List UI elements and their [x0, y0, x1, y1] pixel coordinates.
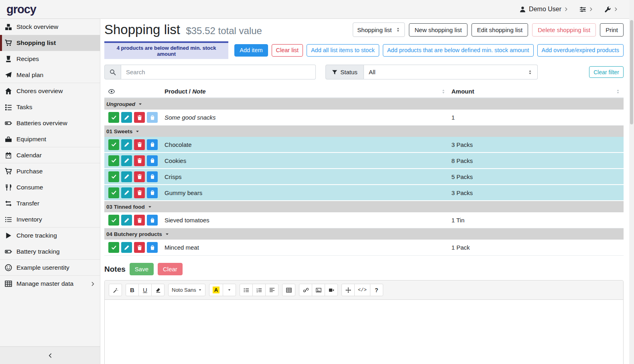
- sidebar-collapse-button[interactable]: [0, 346, 100, 364]
- status-filter-button[interactable]: Status: [325, 65, 364, 79]
- edit-item-button[interactable]: [121, 215, 132, 226]
- add-to-stock-button[interactable]: [147, 187, 158, 198]
- sidebar-item-recipes[interactable]: Recipes: [0, 51, 100, 67]
- clear-notes-button[interactable]: Clear: [158, 263, 183, 275]
- add-all-to-stock-button[interactable]: Add all list items to stock: [307, 44, 379, 57]
- sidebar-item-meal-plan[interactable]: Meal plan: [0, 67, 100, 83]
- delete-shopping-list-button[interactable]: Delete shopping list: [532, 23, 596, 37]
- add-overdue-button[interactable]: Add overdue/expired products: [537, 44, 624, 57]
- sidebar-item-battery-tracking[interactable]: Battery tracking: [0, 244, 100, 260]
- group-header-row[interactable]: 04 Butchery products: [104, 228, 624, 240]
- search-input[interactable]: [121, 65, 316, 79]
- clear-filter-button[interactable]: Clear filter: [589, 66, 624, 78]
- print-button[interactable]: Print: [600, 23, 624, 37]
- sidebar-item-chores-overview[interactable]: Chores overview: [0, 83, 100, 99]
- unordered-list-button[interactable]: [240, 284, 253, 296]
- fullscreen-button[interactable]: [341, 284, 355, 296]
- mark-done-button[interactable]: [108, 242, 119, 253]
- add-to-stock-button[interactable]: [147, 155, 158, 166]
- delete-item-button[interactable]: [134, 187, 145, 198]
- ordered-list-button[interactable]: [252, 284, 266, 296]
- bold-button[interactable]: B: [126, 284, 139, 296]
- edit-item-button[interactable]: [121, 112, 132, 123]
- sidebar-item-consume[interactable]: Consume: [0, 179, 100, 195]
- chevron-left-icon: [48, 353, 53, 358]
- delete-item-button[interactable]: [134, 215, 145, 226]
- sidebar-item-calendar[interactable]: Calendar: [0, 147, 100, 163]
- highlight-color-dropdown[interactable]: [223, 284, 236, 296]
- scrollbar-thumb[interactable]: [630, 20, 633, 124]
- min-stock-alert[interactable]: 4 products are below defined min. stock …: [104, 41, 228, 59]
- help-button[interactable]: ?: [370, 284, 383, 296]
- topbar-menus: Demo User: [519, 6, 618, 13]
- edit-item-button[interactable]: [121, 187, 132, 198]
- delete-item-button[interactable]: [134, 112, 145, 123]
- add-to-stock-button[interactable]: [147, 215, 158, 226]
- save-notes-button[interactable]: Save: [130, 263, 154, 275]
- shopping-list-select[interactable]: Shopping list: [353, 22, 405, 37]
- add-to-stock-button[interactable]: [147, 171, 158, 182]
- visibility-column-header[interactable]: [104, 88, 165, 95]
- insert-video-button[interactable]: [325, 284, 338, 296]
- magic-style-button[interactable]: [109, 284, 122, 296]
- scrollbar[interactable]: [629, 0, 634, 364]
- sidebar-item-batteries-overview[interactable]: Batteries overview: [0, 115, 100, 131]
- clear-formatting-button[interactable]: [151, 284, 165, 296]
- paragraph-align-button[interactable]: [265, 284, 278, 296]
- group-header-row[interactable]: 03 Tinned food: [104, 201, 624, 212]
- sidebar-item-tasks[interactable]: Tasks: [0, 99, 100, 115]
- edit-item-button[interactable]: [121, 171, 132, 182]
- mark-done-button[interactable]: [108, 171, 119, 182]
- status-filter-select[interactable]: All: [364, 65, 538, 79]
- admin-menu[interactable]: [604, 6, 618, 13]
- delete-item-button[interactable]: [134, 139, 145, 150]
- add-to-stock-button[interactable]: [147, 112, 158, 123]
- amount-column-header[interactable]: Amount: [451, 88, 624, 95]
- add-to-stock-button[interactable]: [147, 242, 158, 253]
- settings-menu[interactable]: [579, 6, 593, 13]
- sidebar-item-equipment[interactable]: Equipment: [0, 131, 100, 147]
- sidebar-item-chore-tracking[interactable]: Chore tracking: [0, 228, 100, 244]
- highlight-color-button[interactable]: A: [209, 284, 223, 296]
- product-column-header[interactable]: Product / Note: [165, 88, 451, 95]
- new-shopping-list-button[interactable]: New shopping list: [409, 23, 467, 37]
- magic-icon: [113, 287, 118, 293]
- add-to-stock-button[interactable]: [147, 139, 158, 150]
- font-family-select[interactable]: Noto Sans: [168, 284, 205, 296]
- insert-picture-button[interactable]: [312, 284, 325, 296]
- edit-shopping-list-button[interactable]: Edit shopping list: [471, 23, 528, 37]
- underline-button[interactable]: U: [138, 284, 152, 296]
- sidebar-item-manage-master-data[interactable]: Manage master data: [0, 276, 100, 292]
- sidebar-item-transfer[interactable]: Transfer: [0, 195, 100, 211]
- delete-item-button[interactable]: [134, 155, 145, 166]
- mark-done-button[interactable]: [108, 155, 119, 166]
- mark-done-button[interactable]: [108, 112, 119, 123]
- row-actions: [104, 139, 165, 150]
- notes-editor-area[interactable]: [105, 300, 623, 364]
- edit-item-button[interactable]: [121, 242, 132, 253]
- add-item-button[interactable]: Add item: [234, 44, 268, 57]
- insert-table-button[interactable]: [282, 284, 295, 296]
- sidebar-item-example-userentity[interactable]: Example userentity: [0, 260, 100, 276]
- sidebar-item-purchase[interactable]: Purchase: [0, 163, 100, 179]
- video-icon: [329, 287, 334, 293]
- table-row: Some good snacks 1: [104, 110, 624, 126]
- group-header-row[interactable]: Ungrouped: [104, 98, 624, 110]
- code-view-button[interactable]: </>: [354, 284, 370, 296]
- mark-done-button[interactable]: [108, 215, 119, 226]
- delete-item-button[interactable]: [134, 171, 145, 182]
- row-actions: [104, 242, 165, 253]
- sidebar-item-stock-overview[interactable]: Stock overview: [0, 19, 100, 35]
- clear-list-button[interactable]: Clear list: [272, 44, 303, 57]
- mark-done-button[interactable]: [108, 187, 119, 198]
- group-header-row[interactable]: 01 Sweets: [104, 126, 624, 137]
- insert-link-button[interactable]: [299, 284, 312, 296]
- add-below-min-button[interactable]: Add products that are below defined min.…: [383, 44, 534, 57]
- sidebar-item-inventory[interactable]: Inventory: [0, 211, 100, 228]
- edit-item-button[interactable]: [121, 155, 132, 166]
- delete-item-button[interactable]: [134, 242, 145, 253]
- sidebar-item-shopping-list[interactable]: Shopping list: [0, 35, 100, 51]
- user-menu[interactable]: Demo User: [519, 6, 568, 13]
- mark-done-button[interactable]: [108, 139, 119, 150]
- edit-item-button[interactable]: [121, 139, 132, 150]
